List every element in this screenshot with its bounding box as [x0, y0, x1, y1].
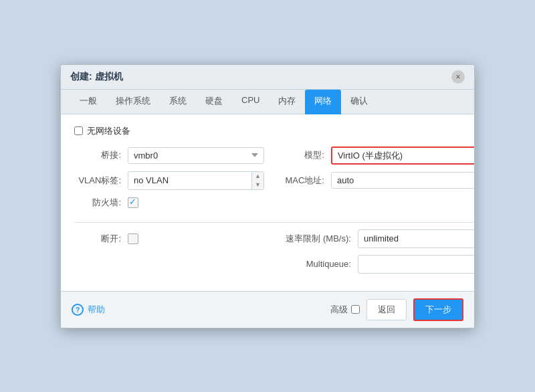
vlan-group: VLAN标签: ▲ ▼: [74, 171, 264, 190]
mac-group: MAC地址:: [278, 171, 475, 190]
bridge-label: 桥接:: [74, 149, 128, 161]
help-group[interactable]: ? 帮助: [72, 304, 105, 316]
mac-input[interactable]: [331, 172, 475, 189]
tab-cpu[interactable]: CPU: [232, 90, 269, 114]
dialog: 创建: 虚拟机 × 一般 操作系统 系统 硬盘 CPU 内存 网络 确认 无网络…: [60, 64, 475, 328]
right-empty-1: [278, 197, 475, 215]
disconnect-label: 断开:: [74, 233, 128, 245]
rate-label: 速率限制 (MB/s):: [278, 233, 358, 245]
footer-right: 高级 返回 下一步: [330, 298, 463, 321]
disconnect-checkbox[interactable]: [128, 233, 138, 244]
advanced-row: 高级: [330, 304, 360, 316]
tab-network[interactable]: 网络: [305, 90, 341, 114]
disconnect-group: 断开:: [74, 229, 264, 248]
dialog-footer: ? 帮助 高级 返回 下一步: [61, 291, 474, 328]
bridge-group: 桥接: vmbr0: [74, 146, 264, 165]
model-select-wrapper: VirtIO (半虚拟化) E1000 RTL8139 vmxnet3: [331, 146, 475, 165]
model-group: 模型: VirtIO (半虚拟化) E1000 RTL8139 vmxnet3: [278, 146, 475, 165]
tab-memory[interactable]: 内存: [269, 90, 305, 114]
rate-spinner: ▲ ▼: [358, 229, 475, 248]
back-button[interactable]: 返回: [366, 299, 407, 320]
bridge-select[interactable]: vmbr0: [128, 147, 264, 164]
tab-general[interactable]: 一般: [70, 90, 106, 114]
model-label: 模型:: [278, 149, 331, 161]
dialog-title: 创建: 虚拟机: [70, 71, 123, 83]
model-select[interactable]: VirtIO (半虚拟化) E1000 RTL8139 vmxnet3: [331, 146, 475, 165]
rate-input[interactable]: [358, 231, 475, 246]
next-button[interactable]: 下一步: [413, 298, 463, 321]
vlan-up-arrow[interactable]: ▲: [252, 172, 263, 181]
close-button[interactable]: ×: [451, 70, 465, 84]
dialog-header: 创建: 虚拟机 ×: [61, 65, 474, 90]
firewall-label: 防火墙:: [74, 197, 128, 209]
help-icon: ?: [72, 304, 84, 316]
advanced-label: 高级: [330, 304, 348, 316]
left-empty-2: [74, 255, 264, 280]
dialog-body: 无网络设备 桥接: vmbr0 模型: VirtIO (半虚拟化) E1000 …: [61, 114, 474, 291]
vlan-spinner: ▲ ▼: [128, 171, 264, 190]
mac-label: MAC地址:: [278, 175, 331, 187]
form-divider: [74, 222, 475, 223]
advanced-checkbox[interactable]: [351, 305, 360, 314]
vlan-down-arrow[interactable]: ▼: [252, 181, 263, 189]
multiqueue-group: Multiqueue: ▲ ▼: [278, 255, 475, 274]
no-network-row: 无网络设备: [74, 125, 461, 137]
vlan-arrows: ▲ ▼: [251, 172, 263, 189]
no-network-checkbox[interactable]: [74, 126, 83, 135]
help-label: 帮助: [88, 304, 105, 316]
tab-confirm[interactable]: 确认: [341, 90, 377, 114]
tab-system[interactable]: 系统: [160, 90, 196, 114]
vlan-label: VLAN标签:: [74, 175, 128, 187]
no-network-label: 无网络设备: [87, 125, 130, 137]
multiqueue-label: Multiqueue:: [278, 259, 358, 269]
rate-group: 速率限制 (MB/s): ▲ ▼: [278, 229, 475, 248]
tab-disk[interactable]: 硬盘: [196, 90, 232, 114]
tab-os[interactable]: 操作系统: [106, 90, 160, 114]
firewall-checkbox[interactable]: [128, 197, 138, 208]
vlan-input[interactable]: [128, 173, 251, 188]
multiqueue-input[interactable]: [358, 256, 475, 272]
form-section: 桥接: vmbr0 模型: VirtIO (半虚拟化) E1000 RTL813…: [74, 146, 461, 280]
firewall-group: 防火墙:: [74, 197, 264, 209]
multiqueue-spinner: ▲ ▼: [358, 255, 475, 274]
tab-bar: 一般 操作系统 系统 硬盘 CPU 内存 网络 确认: [61, 90, 474, 114]
